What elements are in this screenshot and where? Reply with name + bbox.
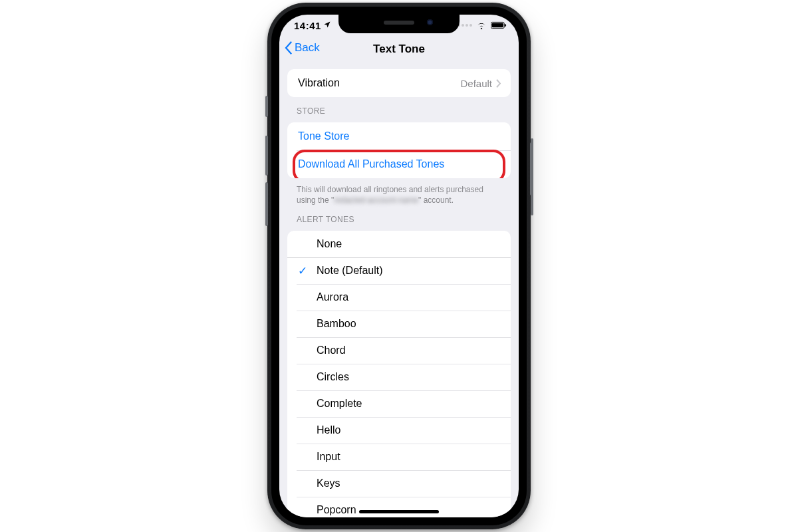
tone-store-label: Tone Store <box>298 130 349 142</box>
tone-chord[interactable]: Chord <box>287 337 511 364</box>
device-notch <box>338 15 460 33</box>
battery-icon <box>491 21 507 29</box>
cellular-dots-icon <box>458 24 472 27</box>
tone-hello[interactable]: Hello <box>287 417 511 444</box>
tone-keys[interactable]: Keys <box>287 470 511 497</box>
download-purchased-label: Download All Purchased Tones <box>298 158 444 170</box>
store-group: Tone Store Download All Purchased Tones <box>287 122 511 178</box>
store-footer: This will download all ringtones and ale… <box>297 185 501 205</box>
tone-store-row[interactable]: Tone Store <box>287 122 511 150</box>
vibration-row[interactable]: Vibration Default <box>287 69 511 97</box>
navigation-bar: Back Text Tone <box>279 39 519 63</box>
tone-popcorn[interactable]: Popcorn <box>287 497 511 517</box>
tone-complete[interactable]: Complete <box>287 390 511 417</box>
chevron-right-icon <box>496 79 501 88</box>
store-header: STORE <box>297 106 501 116</box>
phone-screen: 14:41 <box>279 15 519 517</box>
tone-none[interactable]: None <box>287 231 511 257</box>
tone-input[interactable]: Input <box>287 444 511 470</box>
vibration-group: Vibration Default <box>287 69 511 97</box>
wifi-icon <box>476 21 487 29</box>
svg-rect-1 <box>491 23 503 27</box>
page-title: Text Tone <box>279 43 519 56</box>
vibration-value: Default <box>460 78 492 89</box>
tone-note-default[interactable]: ✓Note (Default) <box>287 257 511 284</box>
download-purchased-row[interactable]: Download All Purchased Tones <box>287 150 511 178</box>
svg-rect-2 <box>505 24 506 27</box>
tone-aurora[interactable]: Aurora <box>287 284 511 311</box>
tone-bamboo[interactable]: Bamboo <box>287 311 511 337</box>
vibration-label: Vibration <box>298 77 340 89</box>
location-icon <box>323 21 331 29</box>
home-indicator[interactable] <box>359 510 439 513</box>
alert-tones-list: None ✓Note (Default) Aurora Bamboo Chord… <box>287 231 511 517</box>
tone-circles[interactable]: Circles <box>287 364 511 390</box>
alert-tones-header: ALERT TONES <box>297 215 501 224</box>
checkmark-icon: ✓ <box>298 264 317 278</box>
status-time: 14:41 <box>294 20 321 31</box>
